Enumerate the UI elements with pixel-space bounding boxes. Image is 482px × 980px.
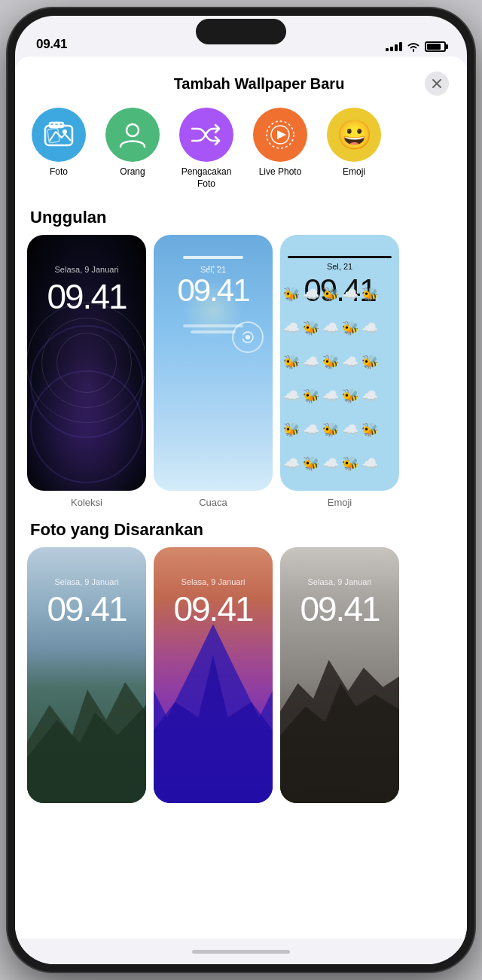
sheet-title: Tambah Wallpaper Baru [63, 75, 425, 93]
emoji-wp-label: Emoji [328, 497, 352, 508]
mountain3-time: 09.41 [280, 589, 399, 629]
wallpaper-sheet[interactable]: Tambah Wallpaper Baru [15, 56, 467, 939]
wallpaper-item-mountain3[interactable]: Selasa, 9 Januari 09.41 [280, 547, 399, 803]
dynamic-island [196, 19, 286, 44]
koleksi-date: Selasa, 9 Januari [27, 265, 146, 274]
svg-marker-8 [277, 130, 286, 139]
suggested-wallpaper-row: Selasa, 9 Januari 09.41 Selasa, 9 Januar… [15, 547, 467, 803]
cuaca-dots [154, 266, 273, 268]
close-button[interactable] [425, 72, 449, 96]
type-item-foto[interactable]: Foto [24, 108, 93, 190]
mountain1-date: Selasa, 9 Januari [27, 577, 146, 586]
wallpaper-item-koleksi[interactable]: Selasa, 9 Januari 09.41 [27, 235, 146, 508]
emoji-bee-pattern: 🐝☁️🐝☁️🐝 ☁️🐝☁️🐝☁️ 🐝☁️🐝☁️🐝 ☁️🐝☁️🐝☁️ 🐝☁️🐝☁️… [280, 235, 399, 491]
foto-icon-circle [32, 108, 86, 162]
tipo-orang-label: Orang [120, 166, 145, 178]
signal-bar-4 [399, 42, 402, 51]
signal-bar-1 [386, 48, 389, 51]
cuaca-label: Cuaca [199, 497, 227, 508]
status-time: 09.41 [36, 37, 67, 52]
wallpaper-card-emoji: Sel, 21 09.41 🐝☁️🐝☁️🐝 ☁️🐝☁️🐝☁️ 🐝☁️🐝☁️🐝 ☁… [280, 235, 399, 491]
mountain3-date: Selasa, 9 Januari [280, 577, 399, 586]
status-icons [386, 41, 446, 52]
home-indicator [15, 939, 467, 964]
home-bar [192, 950, 290, 954]
type-icons-row: Foto Orang [15, 96, 467, 196]
tipo-foto-label: Foto [50, 166, 68, 178]
phone-frame: 09.41 [8, 8, 474, 972]
suggested-section-header: Foto yang Disarankan [15, 508, 467, 547]
svg-point-5 [127, 124, 139, 136]
svg-point-3 [63, 129, 67, 134]
mountain1-time: 09.41 [27, 589, 146, 629]
tipo-pengacakan-label: Pengacakan Foto [182, 166, 232, 190]
signal-icon [386, 42, 402, 51]
pengacakan-icon-circle [179, 108, 233, 162]
mountain2-date: Selasa, 9 Januari [154, 577, 273, 586]
wallpaper-card-koleksi: Selasa, 9 Januari 09.41 [27, 235, 146, 491]
wallpaper-card-mountain1: Selasa, 9 Januari 09.41 [27, 547, 146, 803]
wallpaper-item-emoji[interactable]: Sel, 21 09.41 🐝☁️🐝☁️🐝 ☁️🐝☁️🐝☁️ 🐝☁️🐝☁️🐝 ☁… [280, 235, 399, 508]
signal-bar-3 [395, 44, 398, 51]
wallpaper-card-mountain3: Selasa, 9 Januari 09.41 [280, 547, 399, 803]
koleksi-label: Koleksi [71, 497, 102, 508]
battery-icon [425, 41, 446, 52]
sheet-header: Tambah Wallpaper Baru [15, 56, 467, 96]
tipo-emoji-label: Emoji [343, 166, 365, 178]
type-item-orang[interactable]: Orang [98, 108, 167, 190]
emoji-smiley-icon: 😀 [337, 120, 372, 149]
type-item-emoji[interactable]: 😀 Emoji [319, 108, 389, 190]
signal-bar-2 [390, 47, 393, 51]
type-item-livephoto[interactable]: Live Photo [246, 108, 315, 190]
mountain2-time: 09.41 [154, 589, 273, 629]
wallpaper-item-mountain2[interactable]: Selasa, 9 Januari 09.41 [154, 547, 273, 803]
wallpaper-item-cuaca[interactable]: Sel, 21 09.41 [154, 235, 273, 508]
featured-wallpaper-row: Selasa, 9 Januari 09.41 [15, 235, 467, 508]
emoji-icon-circle: 😀 [327, 108, 381, 162]
featured-section-header: Unggulan [15, 196, 467, 235]
livephoto-icon-circle [253, 108, 307, 162]
tipo-livephoto-label: Live Photo [259, 166, 302, 178]
type-item-pengacakan[interactable]: Pengacakan Foto [172, 108, 241, 190]
svg-point-10 [246, 335, 250, 339]
cuaca-top-bar [183, 256, 243, 259]
battery-fill [427, 44, 441, 50]
wallpaper-card-mountain2: Selasa, 9 Januari 09.41 [154, 547, 273, 803]
wallpaper-item-mountain1[interactable]: Selasa, 9 Januari 09.41 [27, 547, 146, 803]
wifi-icon [407, 41, 420, 52]
wallpaper-card-cuaca: Sel, 21 09.41 [154, 235, 273, 491]
phone-screen: 09.41 [15, 16, 467, 964]
orang-icon-circle [105, 108, 160, 162]
